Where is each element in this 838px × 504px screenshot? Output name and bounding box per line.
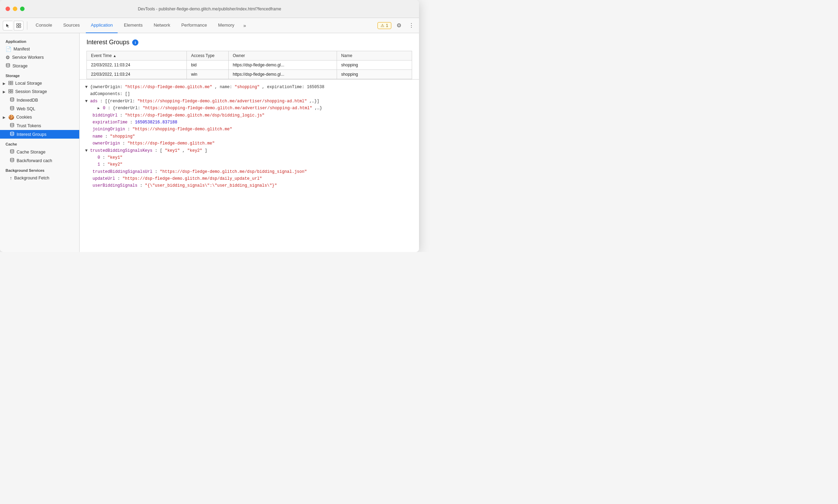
detail-line-9: ownerOrigin : "https://dsp-fledge-demo.g… <box>85 140 413 147</box>
table-row[interactable]: 22/03/2022, 11:03:24 bid https://dsp-fle… <box>87 60 412 70</box>
local-storage-icon <box>8 81 13 86</box>
sidebar-section-storage: Storage <box>0 70 79 79</box>
manifest-icon: 📄 <box>6 46 11 52</box>
col-access-type[interactable]: Access Type <box>187 51 229 60</box>
svg-rect-11 <box>9 92 10 93</box>
svg-rect-2 <box>17 26 18 28</box>
ig-title-row: Interest Groups i <box>86 39 412 46</box>
table-row[interactable]: 22/03/2022, 11:03:24 win https://dsp-fle… <box>87 70 412 79</box>
detail-line-3: ▼ ads : [{renderUrl: "https://shopping-f… <box>85 98 413 105</box>
detail-line-10: ▼ trustedBiddingSignalsKeys : [ "key1" ,… <box>85 147 413 154</box>
detail-line-5: biddingUrl : "https://dsp-fledge-demo.gl… <box>85 112 413 119</box>
expand-cookies-icon: ▶ <box>3 115 6 119</box>
storage-icon <box>6 63 10 69</box>
sidebar-item-trust-tokens[interactable]: Trust Tokens <box>0 121 79 130</box>
svg-point-13 <box>10 98 14 99</box>
col-event-time[interactable]: Event Time ▲ <box>87 51 187 60</box>
more-options-button[interactable]: ⋮ <box>407 21 416 30</box>
more-tabs-button[interactable]: » <box>240 18 249 33</box>
svg-point-18 <box>10 158 14 160</box>
sidebar-item-cookies[interactable]: ▶ 🍪 Cookies <box>0 113 79 121</box>
sort-icon: ▲ <box>113 54 116 58</box>
cell-name-1: shopping <box>337 70 412 79</box>
cursor-icon-button[interactable] <box>3 21 12 30</box>
detail-panel: ▼ {ownerOrigin: "https://dsp-fledge-demo… <box>80 80 419 252</box>
cell-owner-0: https://dsp-fledge-demo.gl... <box>228 60 337 70</box>
svg-rect-0 <box>17 24 18 25</box>
expand-session-storage-icon: ▶ <box>3 90 6 94</box>
sidebar-item-session-storage[interactable]: ▶ Session Storage <box>0 87 79 96</box>
cookies-icon: 🍪 <box>8 114 14 120</box>
warning-badge[interactable]: ⚠ 1 <box>377 22 391 29</box>
interest-groups-icon <box>10 131 15 137</box>
svg-rect-1 <box>19 24 21 25</box>
col-name[interactable]: Name <box>337 51 412 60</box>
toolbar: Console Sources Application Elements Net… <box>0 18 419 33</box>
tab-application[interactable]: Application <box>86 18 118 33</box>
tab-elements[interactable]: Elements <box>119 18 147 33</box>
detail-line-6: expirationTime : 1650538216.837188 <box>85 119 413 126</box>
svg-rect-8 <box>11 83 13 85</box>
maximize-button[interactable] <box>20 7 25 11</box>
sidebar-item-interest-groups[interactable]: Interest Groups <box>0 130 79 139</box>
window-title: DevTools - publisher-fledge-demo.glitch.… <box>138 7 281 11</box>
svg-point-17 <box>10 150 14 151</box>
detail-line-15: userBiddingSignals : "{\"user_bidding_si… <box>85 182 413 189</box>
toolbar-separator <box>27 21 27 30</box>
expand-local-storage-icon: ▶ <box>3 82 6 85</box>
cell-access-type-1: win <box>187 70 229 79</box>
sidebar-item-indexeddb[interactable]: IndexedDB <box>0 96 79 104</box>
tab-performance[interactable]: Performance <box>176 18 212 33</box>
settings-icon-button[interactable]: ⚙ <box>394 21 404 30</box>
collapse-icon-ads[interactable]: ▼ <box>85 99 90 104</box>
sidebar-section-cache: Cache <box>0 139 79 148</box>
sidebar-section-background: Background Services <box>0 165 79 174</box>
svg-point-4 <box>6 64 10 65</box>
detail-line-8: name : "shopping" <box>85 133 413 140</box>
detail-line-12: 1 : "key2" <box>85 161 413 168</box>
sidebar-item-service-workers[interactable]: ⚙ Service Workers <box>0 53 79 62</box>
svg-rect-6 <box>11 81 13 83</box>
info-icon[interactable]: i <box>132 39 138 46</box>
trust-tokens-icon <box>10 123 15 129</box>
tab-network[interactable]: Network <box>149 18 175 33</box>
detail-line-14: updateUrl : "https://dsp-fledge-demo.gli… <box>85 175 413 182</box>
sidebar-item-cache-storage[interactable]: Cache Storage <box>0 148 79 156</box>
close-button[interactable] <box>6 7 10 11</box>
sidebar-item-back-forward-cache[interactable]: Back/forward cach <box>0 156 79 165</box>
detail-line-1: ▼ {ownerOrigin: "https://dsp-fledge-demo… <box>85 84 413 91</box>
cell-event-time-1: 22/03/2022, 11:03:24 <box>87 70 187 79</box>
detail-line-13: trustedBiddingSignalsUrl : "https://dsp-… <box>85 168 413 175</box>
col-owner[interactable]: Owner <box>228 51 337 60</box>
tab-sources[interactable]: Sources <box>58 18 85 33</box>
inspect-icon-button[interactable] <box>14 21 24 30</box>
sidebar-item-local-storage[interactable]: ▶ Local Storage <box>0 79 79 87</box>
sidebar-item-manifest[interactable]: 📄 Manifest <box>0 45 79 53</box>
collapse-icon-tbsk[interactable]: ▼ <box>85 148 90 153</box>
detail-line-11: 0 : "key1" <box>85 154 413 161</box>
svg-rect-10 <box>11 90 13 91</box>
sidebar-item-background-fetch[interactable]: ↑ Background Fetch <box>0 174 79 182</box>
indexeddb-icon <box>10 97 15 103</box>
svg-point-15 <box>10 123 14 125</box>
svg-rect-3 <box>19 26 21 28</box>
sidebar-section-application: Application <box>0 36 79 45</box>
content-area: Interest Groups i Event Time ▲ Access Ty… <box>80 33 419 252</box>
titlebar: DevTools - publisher-fledge-demo.glitch.… <box>0 0 419 18</box>
session-storage-icon <box>8 89 13 94</box>
traffic-lights <box>6 7 25 11</box>
interest-groups-panel: Interest Groups i Event Time ▲ Access Ty… <box>80 33 419 80</box>
collapse-icon-0[interactable]: ▶ <box>98 105 100 111</box>
detail-line-7: joiningOrigin : "https://shopping-fledge… <box>85 126 413 133</box>
sidebar-item-storage[interactable]: Storage <box>0 62 79 70</box>
sidebar-item-web-sql[interactable]: Web SQL <box>0 104 79 113</box>
tab-memory[interactable]: Memory <box>213 18 239 33</box>
svg-rect-9 <box>9 90 10 91</box>
tab-console[interactable]: Console <box>31 18 57 33</box>
web-sql-icon <box>10 106 15 112</box>
svg-rect-12 <box>11 92 13 93</box>
minimize-button[interactable] <box>13 7 17 11</box>
interest-groups-table: Event Time ▲ Access Type Owner Name <box>86 51 412 79</box>
collapse-icon-1[interactable]: ▼ <box>85 85 90 90</box>
svg-point-14 <box>10 106 14 108</box>
